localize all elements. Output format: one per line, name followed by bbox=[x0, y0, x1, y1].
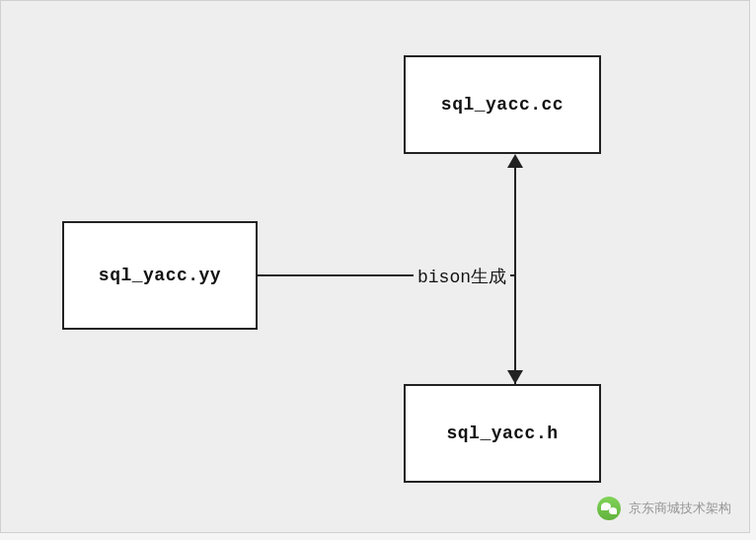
watermark-text: 京东商城技术架构 bbox=[629, 500, 731, 517]
connector-v-down bbox=[514, 275, 516, 384]
watermark: 京东商城技术架构 bbox=[597, 497, 731, 520]
node-output-cc: sql_yacc.cc bbox=[404, 55, 601, 154]
edge-label-bison: bison生成 bbox=[414, 265, 510, 288]
node-source-label: sql_yacc.yy bbox=[99, 266, 221, 285]
connector-h-left bbox=[258, 274, 416, 276]
wechat-icon bbox=[597, 497, 621, 520]
node-source: sql_yacc.yy bbox=[62, 221, 258, 330]
connector-v-up bbox=[514, 165, 516, 275]
diagram-canvas: sql_yacc.yy sql_yacc.cc sql_yacc.h bison… bbox=[0, 0, 750, 533]
arrowhead-down-icon bbox=[507, 370, 523, 384]
arrowhead-up-icon bbox=[507, 154, 523, 168]
node-output-cc-label: sql_yacc.cc bbox=[441, 95, 564, 115]
node-output-h-label: sql_yacc.h bbox=[446, 424, 558, 443]
node-output-h: sql_yacc.h bbox=[404, 384, 601, 483]
